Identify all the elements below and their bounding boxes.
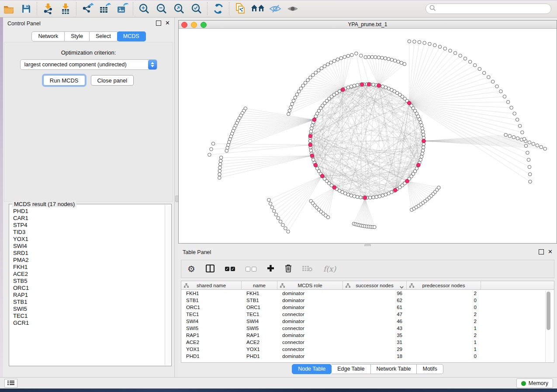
column-header-predecessor-nodes[interactable]: predecessor nodes bbox=[407, 281, 481, 289]
table-cell[interactable]: 47 bbox=[343, 312, 407, 317]
tab-edge-table[interactable]: Edge Table bbox=[332, 364, 370, 374]
float-panel-icon[interactable] bbox=[156, 21, 161, 26]
table-cell[interactable]: connector bbox=[277, 340, 343, 345]
mcds-result-item[interactable]: STB5 bbox=[10, 278, 165, 285]
hide-selected-button[interactable] bbox=[266, 1, 284, 16]
export-network-button[interactable] bbox=[79, 1, 96, 16]
table-row[interactable]: TEC1TEC1connector472 bbox=[181, 311, 554, 318]
table-cell[interactable]: 46 bbox=[343, 319, 407, 324]
table-cell[interactable]: RAP1 bbox=[181, 333, 242, 338]
refresh-view-button[interactable] bbox=[210, 1, 227, 16]
mcds-result-item[interactable]: PHD1 bbox=[10, 208, 165, 215]
table-cell[interactable]: 61 bbox=[343, 305, 407, 310]
mcds-result-item[interactable]: SWI4 bbox=[10, 243, 165, 250]
column-header-successor-nodes[interactable]: successor nodes bbox=[343, 281, 407, 289]
vertical-splitter[interactable] bbox=[175, 17, 178, 377]
table-cell[interactable]: 96 bbox=[343, 291, 407, 296]
import-network-button[interactable] bbox=[39, 1, 57, 16]
table-cell[interactable]: 1 bbox=[407, 326, 481, 331]
close-window-icon[interactable] bbox=[181, 22, 187, 28]
table-cell[interactable]: connector bbox=[277, 326, 343, 331]
mcds-result-item[interactable]: ORC1 bbox=[10, 285, 165, 292]
new-network-from-selection-button[interactable] bbox=[232, 1, 249, 16]
zoom-fit-button[interactable] bbox=[170, 1, 188, 16]
tab-select[interactable]: Select bbox=[90, 31, 118, 41]
table-cell[interactable]: dominator bbox=[277, 298, 343, 303]
first-neighbors-button[interactable] bbox=[249, 1, 266, 16]
table-cell[interactable]: 62 bbox=[343, 298, 407, 303]
export-table-button[interactable] bbox=[96, 1, 114, 16]
table-cell[interactable]: connector bbox=[277, 347, 343, 352]
table-cell[interactable]: STB1 bbox=[242, 298, 277, 303]
table-row[interactable]: RAP1RAP1dominator352 bbox=[181, 332, 554, 339]
table-cell[interactable]: dominator bbox=[277, 333, 343, 338]
optimization-criterion-select[interactable]: largest connected component (undirected) bbox=[20, 59, 157, 70]
table-cell[interactable]: 0 bbox=[407, 354, 481, 359]
mcds-result-item[interactable]: PMA2 bbox=[10, 257, 165, 264]
table-cell[interactable]: 29 bbox=[343, 347, 407, 352]
table-cell[interactable]: PHD1 bbox=[181, 354, 242, 359]
table-row[interactable]: ORC1ORC1dominator610 bbox=[181, 304, 554, 311]
show-task-history-button[interactable] bbox=[4, 379, 17, 388]
tab-motifs[interactable]: Motifs bbox=[417, 364, 443, 374]
minimize-window-icon[interactable] bbox=[191, 22, 197, 28]
table-row[interactable]: FKH1FKH1dominator962 bbox=[181, 290, 554, 297]
run-mcds-button[interactable]: Run MCDS bbox=[43, 75, 85, 86]
table-row[interactable]: STB1STB1dominator620 bbox=[181, 297, 554, 304]
table-cell[interactable]: SWI5 bbox=[242, 326, 277, 331]
float-panel-icon[interactable] bbox=[539, 249, 544, 254]
mcds-result-item[interactable]: SRD1 bbox=[10, 250, 165, 257]
table-cell[interactable]: YOX1 bbox=[181, 347, 242, 352]
network-window-titlebar[interactable]: YPA_prune.txt_1 bbox=[179, 21, 557, 29]
mcds-result-item[interactable]: STB1 bbox=[10, 299, 165, 306]
close-panel-icon[interactable]: ✕ bbox=[548, 250, 553, 254]
scrollbar-thumb[interactable] bbox=[547, 292, 550, 330]
network-canvas[interactable] bbox=[179, 28, 557, 243]
table-cell[interactable]: 0 bbox=[407, 298, 481, 303]
mcds-result-item[interactable]: TID3 bbox=[10, 229, 165, 236]
memory-button[interactable]: Memory bbox=[516, 378, 553, 388]
mcds-result-item[interactable]: TEC1 bbox=[10, 313, 165, 320]
table-cell[interactable]: STB1 bbox=[181, 298, 242, 303]
mcds-result-item[interactable]: STP4 bbox=[10, 222, 165, 229]
table-cell[interactable]: ACE2 bbox=[181, 340, 242, 345]
table-cell[interactable]: 1 bbox=[407, 347, 481, 352]
delete-table-button[interactable] bbox=[302, 265, 313, 273]
mcds-result-item[interactable]: SWI5 bbox=[10, 306, 165, 313]
maximize-window-icon[interactable] bbox=[201, 22, 207, 28]
zoom-selected-button[interactable] bbox=[188, 1, 205, 16]
save-session-button[interactable] bbox=[17, 1, 35, 16]
tab-network-table[interactable]: Network Table bbox=[371, 364, 417, 374]
tab-node-table[interactable]: Node Table bbox=[292, 364, 332, 374]
table-row[interactable]: YOX1YOX1connector291 bbox=[181, 346, 554, 353]
add-column-button[interactable] bbox=[267, 265, 274, 273]
zoom-out-button[interactable] bbox=[153, 1, 170, 16]
table-row[interactable]: PHD1PHD1dominator180 bbox=[181, 353, 554, 360]
zoom-in-button[interactable] bbox=[135, 1, 153, 16]
open-file-button[interactable] bbox=[0, 1, 17, 16]
table-cell[interactable]: FKH1 bbox=[242, 291, 277, 296]
table-cell[interactable]: ORC1 bbox=[181, 305, 242, 310]
delete-column-button[interactable] bbox=[285, 264, 292, 274]
table-cell[interactable]: SWI4 bbox=[242, 319, 277, 324]
table-cell[interactable]: 2 bbox=[407, 312, 481, 317]
show-column-selector-button[interactable] bbox=[206, 265, 214, 274]
table-cell[interactable]: 2 bbox=[407, 319, 481, 324]
table-cell[interactable]: SWI4 bbox=[181, 319, 242, 324]
column-header-shared-name[interactable]: shared name bbox=[181, 281, 242, 289]
table-cell[interactable]: 31 bbox=[343, 340, 407, 345]
close-panel-icon[interactable]: ✕ bbox=[165, 21, 170, 25]
mcds-result-item[interactable]: ACE2 bbox=[10, 271, 165, 278]
table-cell[interactable]: dominator bbox=[277, 319, 343, 324]
table-cell[interactable]: dominator bbox=[277, 291, 343, 296]
table-cell[interactable]: TEC1 bbox=[242, 312, 277, 317]
function-builder-button[interactable]: f(x) bbox=[323, 265, 336, 273]
tab-style[interactable]: Style bbox=[65, 31, 90, 41]
mcds-result-item[interactable]: FKH1 bbox=[10, 264, 165, 271]
table-cell[interactable]: SWI5 bbox=[181, 326, 242, 331]
tab-network[interactable]: Network bbox=[31, 31, 65, 41]
show-all-button[interactable] bbox=[284, 1, 301, 16]
export-image-button[interactable] bbox=[114, 1, 131, 16]
column-header-name[interactable]: name bbox=[242, 281, 277, 289]
table-cell[interactable]: 1 bbox=[407, 340, 481, 345]
